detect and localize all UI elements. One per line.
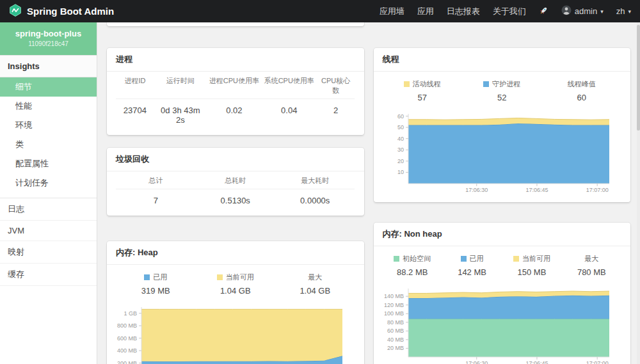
- instance-app-name: spring-boot-plus: [3, 29, 94, 38]
- svg-text:20 MB: 20 MB: [387, 345, 403, 351]
- legend-item: 最大 780 MB: [562, 254, 621, 277]
- legend-swatch-yellow: [513, 256, 519, 262]
- sidebar-item-scheduled-tasks[interactable]: 计划任务: [0, 173, 97, 193]
- sidebar-item-jvm[interactable]: JVM: [0, 221, 97, 241]
- memory-heap-chart: 0 B200 MB400 MB600 MB800 MB1 GB17:06:301…: [111, 303, 349, 364]
- gc-total-time-value: 0.5130s: [195, 189, 275, 213]
- username-label: admin: [575, 6, 597, 16]
- memory-nonheap-card: 内存: Non heap 初始空间 88.2 MB 已用 142 MB 当前可用: [374, 223, 631, 364]
- avatar-icon: [561, 5, 572, 17]
- svg-text:60 MB: 60 MB: [387, 328, 403, 334]
- instance-header[interactable]: spring-boot-plus 11090f218c47: [0, 22, 97, 55]
- svg-text:17:06:30: 17:06:30: [465, 360, 488, 364]
- table-row: 23704 0d 3h 43m 2s 0.02 0.04 2: [116, 99, 355, 132]
- language-selector[interactable]: zh ▾: [616, 6, 631, 16]
- heap-max-value: 1.04 GB: [275, 286, 355, 296]
- svg-text:800 MB: 800 MB: [117, 322, 137, 329]
- legend-item: 当前可用 1.04 GB: [196, 273, 276, 296]
- nav-applications-wall[interactable]: 应用墙: [380, 6, 404, 17]
- sidebar-item-logs[interactable]: 日志: [0, 198, 97, 221]
- legend-swatch-blue: [461, 256, 467, 262]
- svg-text:17:07:00: 17:07:00: [586, 360, 608, 364]
- process-table: 进程ID 运行时间 进程CPU使用率 系统CPU使用率 CPU核心数 23704…: [107, 72, 364, 135]
- legend-item: 初始空间 88.2 MB: [383, 254, 442, 277]
- legend-item: 守护进程 52: [462, 79, 542, 102]
- table-row: 7 0.5130s 0.0000s: [116, 189, 355, 213]
- gc-count-value: 7: [116, 189, 195, 213]
- svg-text:100 MB: 100 MB: [383, 310, 403, 317]
- process-col-header: CPU核心数: [317, 72, 355, 99]
- threads-chart: 10203040506017:06:3017:06:4517:07:00: [378, 110, 616, 194]
- svg-text:400 MB: 400 MB: [117, 347, 137, 354]
- nonheap-initial-value: 88.2 MB: [383, 267, 442, 277]
- memory-nonheap-card-title: 内存: Non heap: [374, 223, 631, 246]
- process-card: 进程 进程ID 运行时间 进程CPU使用率 系统CPU使用率 CPU核心数 23…: [107, 48, 364, 135]
- nav-about-us[interactable]: 关于我们: [493, 6, 526, 17]
- legend-swatch-yellow: [404, 81, 410, 87]
- app-brand[interactable]: Spring Boot Admin: [9, 4, 114, 19]
- memory-nonheap-legend: 初始空间 88.2 MB 已用 142 MB 当前可用 150 MB 最大: [374, 246, 631, 280]
- process-col-header: 进程ID: [116, 72, 154, 99]
- process-id-value: 23704: [116, 99, 154, 132]
- sidebar-item-mappings[interactable]: 映射: [0, 241, 97, 264]
- user-menu[interactable]: admin ▾: [561, 5, 604, 17]
- memory-heap-legend: 已用 319 MB 当前可用 1.04 GB 最大 1.04 GB: [107, 265, 364, 298]
- cpu-cores-value: 2: [317, 99, 355, 132]
- memory-nonheap-chart: 20 MB40 MB60 MB80 MB100 MB120 MB140 MB17…: [378, 285, 616, 364]
- gc-col-header: 总计: [116, 171, 195, 189]
- process-col-header: 进程CPU使用率: [207, 72, 262, 99]
- legend-item: 线程峰值 60: [542, 79, 622, 102]
- svg-text:120 MB: 120 MB: [383, 302, 403, 308]
- svg-text:10: 10: [397, 169, 403, 175]
- sidebar: spring-boot-plus 11090f218c47 Insights 细…: [0, 22, 97, 364]
- app-title: Spring Boot Admin: [27, 6, 114, 17]
- svg-text:40: 40: [397, 136, 403, 142]
- svg-text:1 GB: 1 GB: [124, 310, 137, 317]
- peak-threads-value: 60: [542, 93, 622, 102]
- sidebar-item-caches[interactable]: 缓存: [0, 264, 97, 286]
- sidebar-item-config-props[interactable]: 配置属性: [0, 154, 97, 173]
- nav-log-report[interactable]: 日志报表: [447, 6, 480, 17]
- process-col-header: 运行时间: [154, 72, 207, 99]
- main-content: 进程 进程ID 运行时间 进程CPU使用率 系统CPU使用率 CPU核心数 23…: [97, 22, 640, 364]
- memory-heap-card-title: 内存: Heap: [107, 241, 364, 265]
- legend-item: 活动线程 57: [383, 79, 463, 102]
- nonheap-used-value: 142 MB: [442, 267, 502, 277]
- instance-id: 11090f218c47: [3, 40, 94, 47]
- nav-applications[interactable]: 应用: [417, 6, 434, 17]
- gc-col-header: 总耗时: [195, 171, 275, 189]
- chevron-down-icon: ▾: [600, 8, 604, 15]
- scrollbar-thumb[interactable]: [637, 25, 640, 131]
- system-cpu-value: 0.04: [262, 99, 317, 132]
- partial-card-edge: [107, 22, 364, 26]
- process-cpu-value: 0.02: [207, 99, 262, 132]
- scrollbar[interactable]: [637, 22, 640, 364]
- sidebar-section-insights[interactable]: Insights: [0, 55, 97, 77]
- gc-card-title: 垃圾回收: [107, 148, 364, 171]
- top-navbar: Spring Boot Admin 应用墙 应用 日志报表 关于我们: [0, 0, 640, 22]
- nonheap-max-value: 780 MB: [562, 267, 621, 277]
- process-card-title: 进程: [107, 48, 364, 72]
- heap-used-value: 319 MB: [116, 286, 196, 296]
- live-threads-value: 57: [383, 93, 463, 102]
- svg-text:140 MB: 140 MB: [383, 293, 403, 299]
- sidebar-item-classes[interactable]: 类: [0, 135, 97, 154]
- chevron-down-icon: ▾: [628, 8, 631, 15]
- gc-card: 垃圾回收 总计 总耗时 最大耗时 7 0.5130s 0.0000s: [107, 148, 364, 216]
- process-col-header: 系统CPU使用率: [262, 72, 317, 99]
- svg-text:17:07:00: 17:07:00: [586, 187, 608, 193]
- svg-text:40 MB: 40 MB: [387, 336, 403, 343]
- svg-text:50: 50: [397, 124, 403, 131]
- spring-boot-admin-logo-icon: [9, 4, 22, 19]
- svg-text:17:06:45: 17:06:45: [525, 360, 548, 364]
- sidebar-item-environment[interactable]: 环境: [0, 116, 97, 135]
- sidebar-item-details[interactable]: 细节: [0, 77, 97, 97]
- svg-text:80 MB: 80 MB: [387, 319, 403, 326]
- svg-text:20: 20: [397, 158, 403, 164]
- heap-available-value: 1.04 GB: [196, 286, 276, 296]
- sidebar-item-metrics[interactable]: 性能: [0, 97, 97, 116]
- language-label: zh: [616, 6, 625, 16]
- legend-item: 当前可用 150 MB: [502, 254, 561, 277]
- rocket-icon[interactable]: [539, 6, 548, 17]
- gc-col-header: 最大耗时: [275, 171, 355, 189]
